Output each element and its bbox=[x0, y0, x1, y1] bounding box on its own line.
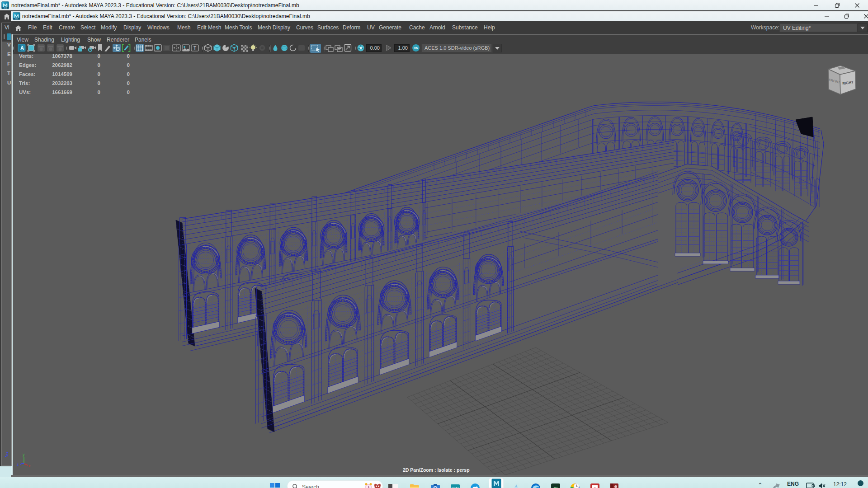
svg-text:z: z bbox=[6, 451, 8, 455]
svg-text:Pt: Pt bbox=[554, 486, 558, 488]
svg-text:z: z bbox=[17, 462, 19, 467]
svg-text:MAYA: MAYA bbox=[15, 18, 19, 20]
svg-text:x: x bbox=[28, 464, 31, 468]
svg-text:MAYA: MAYA bbox=[4, 7, 7, 9]
svg-text:T: T bbox=[193, 46, 196, 51]
svg-text:ON: ON bbox=[414, 47, 418, 50]
svg-text:A: A bbox=[20, 45, 24, 51]
svg-text:y: y bbox=[23, 452, 25, 457]
svg-text:P: P bbox=[594, 487, 596, 488]
